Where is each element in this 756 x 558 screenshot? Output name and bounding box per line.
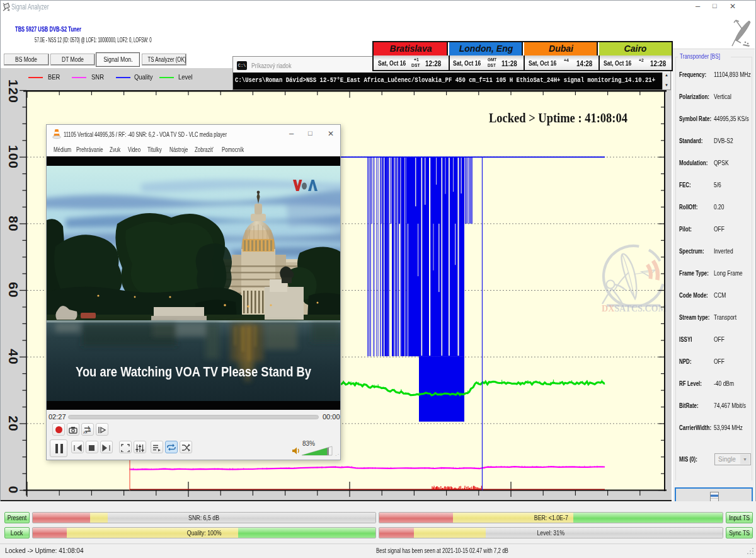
svg-text:A: A — [83, 431, 86, 434]
svg-text:B: B — [88, 427, 91, 431]
svg-text:You are Watching VOA TV Please: You are Watching VOA TV Please Stand By — [76, 364, 312, 380]
svg-text:DXSATCS.COM: DXSATCS.COM — [602, 304, 667, 313]
